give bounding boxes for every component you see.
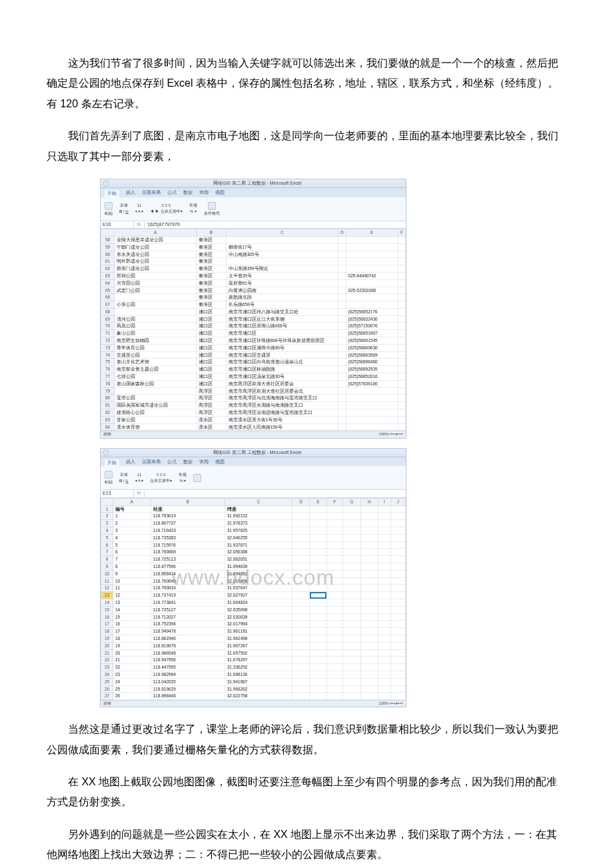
ribbon-tab-insert[interactable]: 插入 xyxy=(126,190,135,197)
excel-grid-2[interactable]: ABCDEFGHIJ1编号经度纬度21118.78361931.99215232… xyxy=(101,498,406,700)
excel-statusbar: 就绪 100% ━━●━━ xyxy=(101,431,406,437)
paragraph-4: 在 XX 地图上截取公园地图图像，截图时还要注意每幅图上至少有四个明显的参考点，… xyxy=(47,772,566,813)
paragraph-2: 我们首先弄到了底图，是南京市电子地图，这是同学向一位老师要的，里面的基本地理要素… xyxy=(47,126,566,167)
paste-icon[interactable] xyxy=(105,202,113,210)
ribbon-tab-data[interactable]: 数据 xyxy=(183,190,193,197)
formula-content[interactable]: '(025)87797970 xyxy=(145,221,183,228)
excel-screenshot-2: 网络GIS 第二周 工程数据 - Microsoft Excel 开始 插入 页… xyxy=(100,448,406,708)
ribbon-tab-review[interactable]: 审阅 xyxy=(199,190,209,197)
formula-bar: E10 fx '(025)87797970 xyxy=(101,221,406,229)
ribbon-tab-view[interactable]: 视图 xyxy=(215,190,225,197)
cond-format-icon[interactable] xyxy=(208,202,216,210)
ribbon-toolbar: 粘贴 宋体 B I U 11 ▾ A ▾ ≡ ≡ ≡ ◀ ▶ 合并后居中▾ 常规… xyxy=(101,197,406,221)
excel-titlebar-2: 网络GIS 第二周 工程数据 - Microsoft Excel xyxy=(101,449,406,457)
ribbon-tab-layout[interactable]: 页面布局 xyxy=(142,190,161,197)
excel-grid-1[interactable]: ABCDEF58金陵大报恩寺遗址公园秦淮区59午朝门遗址公园秦淮区御道街17号6… xyxy=(101,229,406,431)
fx-icon[interactable]: fx xyxy=(134,222,145,227)
paste-icon[interactable] xyxy=(105,471,113,479)
ribbon-tab-home[interactable]: 开始 xyxy=(105,190,119,197)
cond-format-icon[interactable] xyxy=(193,474,201,482)
excel-window-title: 网络GIS 第二周 工程数据 - Microsoft Excel xyxy=(213,181,302,186)
excel-statusbar-2: 就绪 100% ━━●━━ xyxy=(101,700,406,707)
paragraph-1: 这为我们节省了很多时间，因为当输入关键字就可以筛选出来，我们要做的就是一个一个的… xyxy=(47,53,566,114)
ribbon-tab-formula[interactable]: 公式 xyxy=(167,190,177,197)
paragraph-3: 当然这是通过更改过名字了，课堂上老师的评论后，我们意识到数据量相比较少，所以我们… xyxy=(47,719,566,760)
ribbon-tabs-2: 开始 插入 页面布局 公式 数据 审阅 视图 xyxy=(101,457,406,466)
font-name[interactable]: 宋体 xyxy=(120,203,128,208)
formula-bar-2: E13 fx xyxy=(101,490,406,497)
paragraph-5: 另外遇到的问题就是一些公园实在太小，在 XX 地图上显示不出来边界，我们采取了两… xyxy=(47,825,566,865)
excel-app-icon xyxy=(103,450,109,455)
excel-screenshot-1: 网络GIS 第二周 工程数据 - Microsoft Excel 开始 插入 页… xyxy=(100,179,406,439)
ribbon-toolbar-2: 粘贴 宋体B I U 11▾ A ▾ ≡ ≡ ≡合并后居中▾ 常规% ▾ xyxy=(101,466,406,490)
name-box[interactable]: E10 xyxy=(101,221,134,228)
ribbon-tabs: 开始 插入 页面布局 公式 数据 审阅 视图 xyxy=(101,188,406,197)
excel-titlebar: 网络GIS 第二周 工程数据 - Microsoft Excel xyxy=(101,179,406,188)
excel-app-icon xyxy=(103,181,109,186)
